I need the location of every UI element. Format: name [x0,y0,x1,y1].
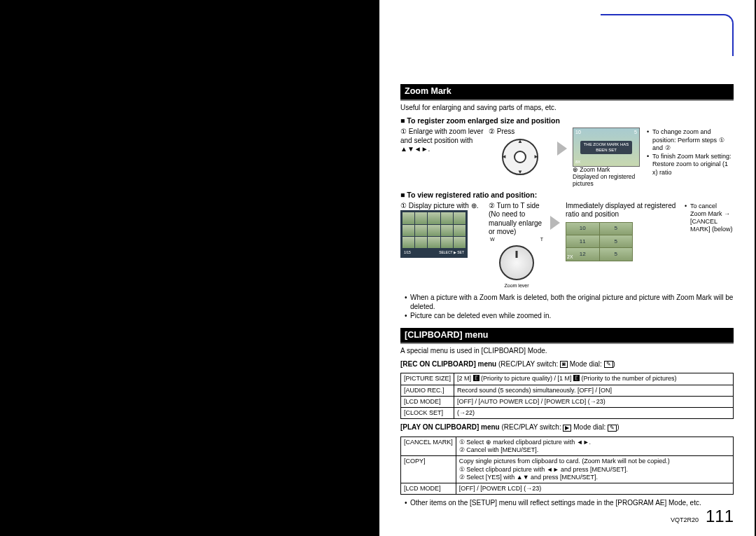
subhead-view: ■ To view registered ratio and position: [400,191,734,200]
subhead-register: ■ To register zoom enlarged size and pos… [400,116,734,125]
page-number: 111 [706,507,734,526]
rec-clipboard-table: [PICTURE SIZE][2 M] 🅴 (Priority to pictu… [400,373,734,419]
result-thumb: 10 5 THE ZOOM MARK HAS BEEN SET 8X ⊕ Zoo… [573,128,643,187]
view-step-num-1: ① [400,202,407,209]
note-delete-zoomed: Picture can be deleted even while zoomed… [405,312,734,321]
zoom-mark-intro: Useful for enlarging and saving parts of… [400,104,734,113]
view-row: ① Display picture with ⊕. 1/15SELECT ▶ S… [400,202,734,290]
manual-page: Zoom Mark Useful for enlarging and savin… [379,0,755,536]
arrow-icon-2 [549,202,561,230]
zoomed-preview: 105 115 125 2X [566,222,633,261]
table-row: [CANCEL MARK]① Select ⊕ marked clipboard… [401,437,734,456]
clipboard-mode-icon: ✎ [604,361,613,368]
camera-icon: ◙ [560,361,568,368]
arrow-icon [556,128,568,156]
table-row: [PICTURE SIZE][2 M] 🅴 (Priority to pictu… [401,373,734,385]
table-row: [AUDIO REC.]Record sound (5 seconds) sim… [401,385,734,396]
zoom-mark-notes: When a picture with a Zoom Mark is delet… [405,294,734,321]
register-row: ① Enlarge with zoom lever and select pos… [400,128,734,187]
page-footer: VQT2R20 111 [671,507,734,526]
tip-change: To change zoom and position: Perform ste… [647,128,734,152]
register-tips: To change zoom and position: Perform ste… [647,128,734,177]
step-1: ① Enlarge with zoom lever and select pos… [400,128,484,154]
step-2: ② Press ▲▼◄► [489,128,552,177]
view-tips: To cancel Zoom Mark → [CANCEL MARK] (bel… [685,202,734,235]
playback-grid: 1/15SELECT ▶ SET [400,210,468,258]
clipboard-mode-icon-2: ✎ [608,425,617,432]
zoom-lever-label: Zoom lever [489,283,545,289]
note-delete: When a picture with a Zoom Mark is delet… [405,294,734,311]
doc-code: VQT2R20 [671,516,699,523]
table-row: [CLOCK SET](→22) [401,408,734,419]
play-icon: ▶ [563,425,571,432]
table-row: [LCD MODE][OFF] / [AUTO POWER LCD] / [PO… [401,396,734,407]
step-num-2: ② [489,128,495,135]
tip-finish: To finish Zoom Mark setting: Restore zoo… [647,153,734,177]
view-step-2-text: Turn to T side (No need to manually enla… [489,202,542,236]
preview-caption-2: Displayed on registered pictures [573,174,643,188]
page-content: Zoom Mark Useful for enlarging and savin… [379,14,755,508]
table-row: [COPY]Copy single pictures from clipboar… [401,456,734,483]
step-2-text: Press [497,128,515,135]
play-clipboard-heading: [PLAY ON CLIPBOARD] menu (REC/PLAY switc… [400,423,734,432]
view-step-1-text: Display picture with ⊕. [409,202,479,209]
zoom-lever-icon [499,245,534,280]
page-corner-accent [601,14,734,56]
step-1-text: Enlarge with zoom lever and select posit… [400,128,484,153]
table-row: [LCD MODE][OFF] / [POWER LCD] (→23) [401,483,734,495]
view-result: Immediately displayed at registered rati… [566,202,734,261]
result-caption: Immediately displayed at registered rati… [566,202,682,219]
section-heading-clipboard: [CLIPBOARD] menu [400,328,734,345]
view-step-num-2: ② [489,202,495,209]
rec-clipboard-heading: [REC ON CLIPBOARD] menu (REC/PLAY switch… [400,360,734,369]
view-step-2: ② Turn to T side (No need to manually en… [489,202,545,290]
dpad-icon: ▲▼◄► [500,137,540,177]
clipboard-intro: A special menu is used in [CLIPBOARD] Mo… [400,347,734,356]
zoom-mark-preview: 10 5 THE ZOOM MARK HAS BEEN SET 8X [573,128,640,167]
step-num-1: ① [400,128,407,135]
section-heading-zoom-mark: Zoom Mark [400,84,734,101]
view-step-1: ① Display picture with ⊕. 1/15SELECT ▶ S… [400,202,484,259]
play-clipboard-table: [CANCEL MARK]① Select ⊕ marked clipboard… [400,437,734,495]
tip-cancel: To cancel Zoom Mark → [CANCEL MARK] (bel… [685,202,734,234]
